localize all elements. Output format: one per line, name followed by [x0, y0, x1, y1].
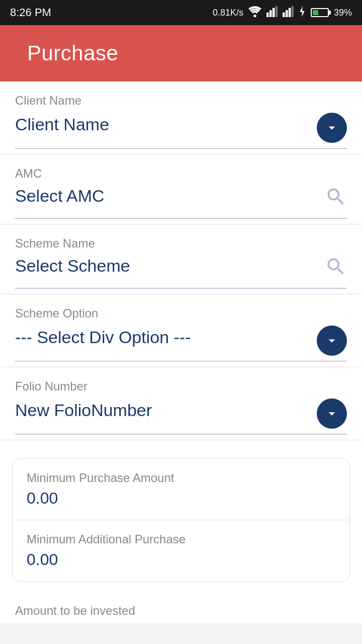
amc-section: AMC Select AMC [0, 154, 362, 224]
amc-row[interactable]: Select AMC [15, 186, 347, 219]
wifi-icon [248, 6, 261, 20]
svg-rect-4 [276, 6, 278, 17]
min-additional-label: Minimum Additional Purchase [27, 532, 335, 546]
scheme-option-dropdown[interactable] [317, 326, 347, 356]
scheme-search-icon[interactable] [325, 256, 347, 283]
folio-number-label: Folio Number [15, 379, 347, 393]
svg-rect-3 [273, 8, 275, 17]
svg-rect-8 [292, 6, 294, 17]
svg-rect-1 [266, 12, 269, 17]
min-additional-value: 0.00 [27, 550, 335, 569]
svg-marker-9 [300, 6, 304, 17]
svg-rect-6 [286, 10, 288, 17]
client-name-row[interactable]: Client Name [15, 113, 347, 149]
scheme-option-row[interactable]: --- Select Div Option --- [15, 326, 347, 362]
scheme-option-label: Scheme Option [15, 306, 347, 320]
signal-icon-2 [283, 6, 294, 20]
battery-percent: 39% [334, 8, 352, 18]
svg-point-0 [253, 14, 256, 17]
battery-icon [311, 8, 329, 17]
amount-section: Amount to be invested [0, 592, 362, 623]
min-purchase-row: Minimum Purchase Amount 0.00 [13, 459, 349, 520]
info-card: Minimum Purchase Amount 0.00 Minimum Add… [12, 458, 350, 582]
client-name-section: Client Name Client Name [0, 82, 362, 154]
folio-number-value: New FolioNumber [15, 400, 152, 427]
amount-label: Amount to be invested [15, 604, 135, 617]
svg-rect-5 [283, 12, 285, 17]
client-name-label: Client Name [15, 94, 347, 108]
charging-icon [299, 6, 306, 20]
client-name-value: Client Name [15, 115, 109, 141]
svg-rect-2 [269, 10, 272, 17]
scheme-name-row[interactable]: Select Scheme [15, 256, 347, 289]
min-purchase-value: 0.00 [27, 489, 335, 508]
status-time: 8:26 PM [10, 6, 51, 19]
scheme-name-placeholder: Select Scheme [15, 256, 130, 283]
scheme-name-label: Scheme Name [15, 236, 347, 251]
signal-icon-1 [266, 6, 278, 20]
status-bar: 8:26 PM 0.81K/s [0, 0, 362, 25]
folio-number-dropdown[interactable] [317, 398, 347, 429]
scheme-name-section: Scheme Name Select Scheme [0, 224, 362, 294]
form-content: Client Name Client Name AMC Select AMC S… [0, 82, 362, 623]
min-purchase-label: Minimum Purchase Amount [27, 471, 335, 485]
amc-label: AMC [15, 167, 347, 181]
page-title: Purchase [27, 41, 320, 65]
svg-rect-7 [289, 8, 291, 17]
folio-number-section: Folio Number New FolioNumber [0, 367, 362, 440]
amc-placeholder: Select AMC [15, 186, 105, 213]
folio-number-row[interactable]: New FolioNumber [15, 398, 347, 435]
min-additional-row: Minimum Additional Purchase 0.00 [13, 520, 349, 581]
client-name-dropdown[interactable] [317, 113, 347, 143]
scheme-option-section: Scheme Option --- Select Div Option --- [0, 294, 362, 367]
scheme-option-value: --- Select Div Option --- [15, 328, 191, 354]
status-right: 0.81K/s [213, 6, 352, 20]
app-bar: Purchase [0, 25, 362, 82]
amc-search-icon[interactable] [325, 186, 347, 213]
network-speed: 0.81K/s [213, 8, 243, 18]
